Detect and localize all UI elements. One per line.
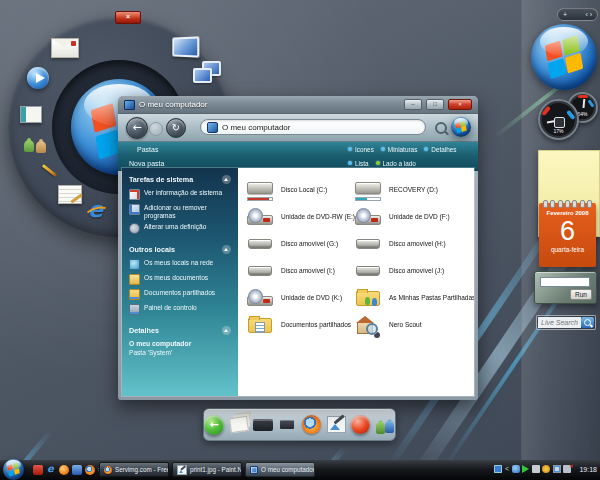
red-app-icon[interactable] — [33, 465, 43, 475]
titlebar[interactable]: O meu computador – □ × — [118, 96, 478, 114]
display-tray-icon[interactable] — [553, 465, 561, 473]
forward-icon[interactable] — [149, 122, 163, 136]
add-gadget-button[interactable]: + — [563, 11, 567, 18]
details-title: Detalhes — [129, 326, 159, 335]
live-search-gadget[interactable] — [536, 315, 596, 330]
pencil-icon[interactable] — [40, 161, 60, 181]
maximize-button[interactable]: □ — [426, 99, 444, 110]
chevron-up-icon[interactable] — [222, 175, 231, 184]
sidebar-item[interactable]: Os meus documentos — [129, 274, 231, 285]
file-item[interactable]: Unidade de DVD (K:) — [246, 287, 354, 309]
view-option[interactable]: Lado a lado — [376, 160, 416, 167]
play-tray-icon[interactable] — [522, 465, 529, 473]
messenger-tray-icon[interactable] — [512, 465, 520, 473]
dock-item[interactable] — [375, 412, 395, 438]
details-name: O meu computador — [129, 340, 231, 347]
task-button[interactable]: print1.jpg - Paint.NET... — [172, 462, 242, 477]
windows-flag-icon — [545, 35, 584, 79]
windows-orb-icon[interactable] — [451, 117, 471, 137]
file-item[interactable]: RECOVERY (D:) — [354, 179, 474, 201]
file-item[interactable]: Unidade de DVD (F:) — [354, 206, 474, 228]
details-header[interactable]: Detalhes — [129, 326, 231, 335]
sidebar-item[interactable]: Os meus locais na rede — [129, 259, 231, 270]
collapse-chevron[interactable]: < — [505, 465, 509, 473]
dock-item[interactable] — [326, 412, 346, 438]
folders-toggle[interactable]: Pastas — [137, 146, 158, 153]
sidebar-section-header[interactable]: Outros locais — [129, 245, 231, 254]
run-gadget[interactable]: Run — [534, 271, 597, 304]
sidebar-section-header[interactable]: Tarefas de sistema — [129, 175, 231, 184]
new-folder-button[interactable]: Nova pasta — [129, 160, 164, 167]
network-computers-icon[interactable] — [193, 61, 221, 83]
file-item[interactable]: Disco amovível (I:) — [246, 260, 354, 282]
file-item[interactable]: As Minhas Pastas Partilhadas — [354, 287, 474, 309]
ie-glyph[interactable] — [46, 465, 56, 475]
alarm-tray-icon[interactable] — [542, 465, 550, 473]
file-item[interactable]: Disco amovível (G:) — [246, 233, 354, 255]
dock-item[interactable] — [302, 412, 322, 438]
calendar-gadget[interactable]: Fevereiro 2008 6 quarta-feira — [539, 203, 596, 267]
file-item[interactable]: Disco Local (C:) — [246, 179, 354, 201]
sidebar-item[interactable]: Documentos partilhados — [129, 289, 231, 300]
minimize-button[interactable]: – — [404, 99, 422, 110]
dock-item[interactable] — [228, 412, 248, 438]
chevron-up-icon[interactable] — [222, 326, 231, 335]
dock-item[interactable] — [204, 412, 224, 438]
photos-icon[interactable] — [172, 36, 199, 57]
file-item[interactable]: Documentos partilhados — [246, 314, 354, 336]
close-button[interactable]: × — [448, 99, 472, 110]
sidebar-item[interactable]: Alterar uma definição — [129, 223, 231, 234]
hdd-icon — [247, 182, 273, 194]
meter-gadget[interactable]: 54% 17% — [536, 92, 598, 140]
run-input[interactable] — [540, 277, 590, 287]
mail-icon[interactable] — [51, 38, 79, 58]
chevron-up-icon[interactable] — [222, 245, 231, 254]
file-item[interactable]: Unidade de DVD-RW (E:) — [246, 206, 354, 228]
ie-icon[interactable] — [85, 200, 109, 224]
dock-item[interactable] — [350, 412, 370, 438]
address-bar[interactable]: O meu computador — [200, 119, 426, 135]
window-body: Tarefas de sistemaVer informação de sist… — [122, 168, 474, 396]
firefox-icon[interactable] — [85, 465, 95, 475]
sidebar-item[interactable]: Ver informação de sistema — [129, 189, 231, 200]
view-option[interactable]: Detalhes — [424, 146, 456, 153]
search-icon[interactable] — [435, 122, 447, 134]
orange-app-icon[interactable] — [59, 465, 69, 475]
notebook-icon[interactable] — [58, 185, 82, 204]
network-tray-icon[interactable] — [563, 465, 571, 473]
paintnet-tray-icon[interactable] — [494, 465, 502, 473]
blue-app-icon[interactable] — [72, 465, 82, 475]
file-item[interactable]: Nero Scout — [354, 314, 474, 336]
task-button[interactable]: Servimg.com - Free im... — [99, 462, 169, 477]
explorer-window[interactable]: O meu computador – □ × ← ↻ O meu computa… — [118, 96, 478, 400]
view-option[interactable]: Icones — [348, 146, 374, 153]
view-option[interactable]: Miniaturas — [381, 146, 417, 153]
gadget-nav-arrows[interactable]: ‹ › — [585, 11, 592, 18]
dock-item[interactable] — [277, 412, 297, 438]
users-icon[interactable] — [23, 135, 47, 153]
search-go-button[interactable] — [581, 317, 594, 328]
sidebar-section: Outros locaisOs meus locais na redeOs me… — [129, 245, 231, 315]
sidebar-item[interactable]: Adicionar ou remover programas — [129, 204, 231, 219]
file-item[interactable]: Disco amovível (J:) — [354, 260, 474, 282]
help-book-icon[interactable] — [20, 106, 42, 123]
camera-tray-icon[interactable] — [532, 465, 540, 473]
run-button[interactable]: Run — [570, 289, 592, 300]
desktop[interactable]: × O meu computador – □ × ← ↻ O meu compu… — [0, 0, 600, 480]
refresh-icon[interactable]: ↻ — [166, 118, 186, 138]
windows-logo-gadget[interactable] — [531, 24, 597, 90]
sidebar-item[interactable]: Painel de controlo — [129, 304, 231, 315]
dock-item[interactable] — [253, 412, 273, 438]
search-input[interactable] — [538, 317, 581, 328]
back-icon[interactable]: ← — [126, 117, 148, 139]
file-list-pane[interactable]: Disco Local (C:)RECOVERY (D:)Unidade de … — [238, 168, 474, 396]
file-item[interactable]: Disco amovível (H:) — [354, 233, 474, 255]
dock-close-button[interactable]: × — [115, 11, 141, 24]
file-label: Disco amovível (I:) — [281, 267, 335, 274]
start-button[interactable] — [3, 459, 24, 480]
view-option[interactable]: Lista — [348, 160, 369, 167]
media-device-icon — [280, 420, 294, 429]
media-player-icon[interactable] — [27, 67, 49, 89]
task-button[interactable]: O meu computador — [245, 462, 315, 477]
gadget-control[interactable]: + ‹ › — [557, 8, 598, 21]
